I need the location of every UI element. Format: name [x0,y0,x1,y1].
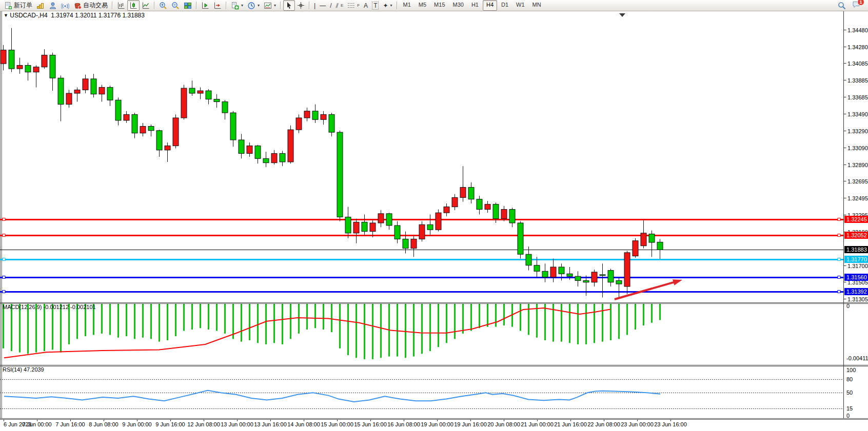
line-handle[interactable] [3,258,5,261]
arrows-tool-button[interactable]: ✦▾ [381,0,394,11]
profile-icon [49,2,57,10]
vertical-line-tool-button[interactable]: | [312,0,318,11]
timeframe-button-m15[interactable]: M15 [430,0,448,11]
horizontal-line-icon: — [320,2,326,9]
toolbar-separator [280,2,281,9]
candle-body [403,239,408,248]
candle-body [378,214,384,223]
fibonacci-tool-button[interactable]: F [345,0,362,11]
candle-body [542,271,548,277]
toolbar-right-group: 1 [838,1,866,11]
candle-body [288,130,293,162]
candle-body [9,50,14,69]
line-handle[interactable] [3,218,5,221]
candlestick-chart-icon [129,2,137,10]
line-handle[interactable] [3,291,5,293]
timeframe-button-w1[interactable]: W1 [512,0,528,11]
toolbar-separator [154,2,155,9]
line-handle[interactable] [838,218,840,221]
line-handle[interactable] [838,291,840,293]
macd-indicator-label: MACD(12,26,9) -0.001212 -0.002101 [3,304,96,310]
candle-body [124,114,129,120]
fibonacci-icon [347,2,355,9]
text-tool-button[interactable]: A [362,0,370,11]
candle-body [649,234,655,243]
auto-scroll-button[interactable] [211,0,224,11]
title-collapse-icon[interactable]: ▼ [4,13,8,18]
line-handle[interactable] [838,276,840,279]
time-axis[interactable] [0,420,868,431]
candle-body [50,55,55,78]
candle-body [633,241,638,256]
signal-button[interactable] [59,0,71,11]
channel-tool-button[interactable]: ⫽E [334,0,346,11]
candle-body [345,217,351,233]
timeframe-button-d1[interactable]: D1 [498,0,512,11]
candle-body [17,65,23,69]
trendline-tool-button[interactable]: / [328,0,333,11]
zoom-out-button[interactable] [169,0,182,11]
candle-body [485,204,490,210]
profile-button[interactable] [47,0,59,11]
notifications-button[interactable]: 1 [852,1,861,11]
candle-body [329,114,334,132]
notification-badge: 1 [857,0,864,6]
label-tool-button[interactable]: T [370,0,381,11]
candlestick-chart-button[interactable] [127,0,140,11]
candle-body [477,199,482,210]
candle-body [452,197,458,207]
candle-body [468,188,474,199]
template-icon [264,2,272,10]
horizontal-line-tool-button[interactable]: — [318,0,328,11]
timeframe-button-m30[interactable]: M30 [449,0,467,11]
price-axis[interactable] [844,11,868,419]
chevron-down-icon: ▾ [390,3,392,8]
zoom-in-button[interactable] [157,0,169,11]
autotrading-button[interactable]: 自动交易 [71,0,110,11]
add-indicator-icon [231,2,239,10]
line-handle[interactable] [3,234,5,237]
candle-body [58,78,64,104]
line-handle[interactable] [3,276,5,279]
periods-button[interactable]: ▾ [245,0,262,11]
candle-body [444,207,449,213]
candle-body [493,204,499,219]
new-order-label: 新订单 [14,1,32,10]
candle-body [115,100,121,120]
candle-body [394,225,400,239]
candle-body [567,274,573,276]
chart-shift-button[interactable] [199,0,211,11]
crosshair-tool-button[interactable] [295,0,307,11]
timeframe-button-h4[interactable]: H4 [483,0,497,11]
cursor-tool-button[interactable] [283,0,295,11]
macd-signal-value: -0.002101 [70,304,96,310]
tile-windows-button[interactable] [182,0,194,11]
templates-button[interactable]: ▾ [262,0,278,11]
search-icon[interactable] [838,2,846,10]
autotrading-label: 自动交易 [83,1,108,10]
timeframe-button-mn[interactable]: MN [529,0,545,11]
candle-body [608,271,614,282]
candle-body [370,223,376,232]
timeframe-button-m1[interactable]: M1 [400,0,415,11]
candle-body [501,210,507,219]
line-handle[interactable] [838,258,840,261]
chart-canvas[interactable]: 1.344801.342801.340851.338851.336851.334… [0,0,868,431]
add-indicator-button[interactable]: ▾ [229,0,245,11]
new-order-button[interactable]: 新订单 [2,0,34,11]
chart-ohlc-values: 1.31974 1.32011 1.31776 1.31883 [51,12,145,19]
candle-body [107,87,113,100]
rsi-value: 47.2039 [24,366,44,373]
timeframe-button-h1[interactable]: H1 [468,0,482,11]
line-chart-button[interactable] [140,0,152,11]
candle-body [148,127,154,131]
candle-body [189,88,195,93]
line-handle[interactable] [838,234,840,237]
candle-body [239,140,244,153]
timeframe-button-m5[interactable]: M5 [415,0,430,11]
bar-chart-button[interactable] [115,0,127,11]
candle-body [337,132,343,217]
tile-windows-icon [184,2,192,10]
mt4-window: { "toolbar": { "new_order_label": "新订单",… [0,0,868,431]
history-center-button[interactable] [34,0,47,11]
